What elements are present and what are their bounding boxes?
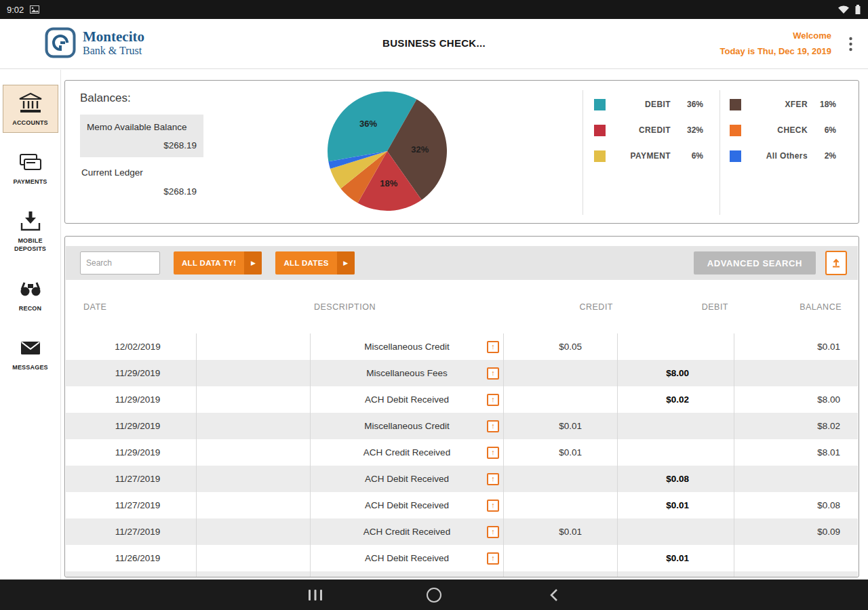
cell-date: 11/27/2019 [79,466,196,492]
legend-label: XFER [741,100,808,109]
divider [719,90,720,215]
column-header-balance: BALANCE [734,302,858,312]
cell-blank [196,360,310,386]
cell-debit [617,518,734,545]
recents-button[interactable] [295,580,336,610]
pie-slice-label: 36% [359,119,377,129]
legend-row: CHECK 6% [730,124,836,136]
table-row[interactable]: 12/02/2019 Miscellaneous Credit ↑ $0.05 … [66,333,858,360]
main-content: Balances: Memo Available Balance $268.19… [61,70,868,580]
overflow-menu-icon[interactable] [844,34,857,54]
memo-balance-label: Memo Available Balance [87,121,197,135]
legend-row: All Others 2% [730,150,836,162]
welcome-text: Welcome [720,28,832,43]
cell-date [79,571,196,577]
current-ledger-label: Current Ledger [81,167,197,178]
cell-date: 11/29/2019 [79,439,196,466]
cell-credit [503,545,617,571]
table-row[interactable]: ↑ [66,571,858,577]
transaction-detail-icon[interactable]: ↑ [487,526,499,538]
cell-credit [503,466,617,492]
sidebar-item-label: PAYMENTS [13,178,47,186]
column-header-debit: DEBIT [617,302,734,312]
sidebar-item-payments[interactable]: PAYMENTS [3,144,58,192]
export-icon [831,258,842,268]
transaction-detail-icon[interactable]: ↑ [487,500,499,512]
back-button[interactable] [534,580,574,610]
bank-logo-text: Montecito Bank & Trust [83,29,144,56]
export-button[interactable] [825,251,847,275]
payments-icon [18,151,43,173]
cell-description: ACH Debit Received ↑ [310,466,503,492]
legend-swatch [730,125,741,136]
cell-credit [503,386,617,413]
transaction-detail-icon[interactable]: ↑ [487,552,499,565]
cell-balance: $8.00 [734,386,858,413]
column-header-description: DESCRIPTION [310,302,503,312]
mobile-deposit-icon [18,210,43,232]
transactions-table: 12/02/2019 Miscellaneous Credit ↑ $0.05 … [66,333,858,577]
cell-debit: $0.02 [617,386,734,413]
cell-debit: $0.08 [617,466,734,492]
bank-icon [18,92,43,114]
play-arrow-icon: ▶ [244,251,262,274]
android-nav-bar [0,580,868,610]
cell-balance [734,545,858,571]
transaction-detail-icon[interactable]: ↑ [487,420,499,432]
table-header-row: DATE DESCRIPTION CREDIT DEBIT BALANCE [66,292,858,322]
status-bar: 9:02 [0,0,868,19]
balances-panel: Balances: Memo Available Balance $268.19… [80,92,203,211]
sidebar-item-label: MESSAGES [12,363,48,371]
cell-credit [503,571,617,577]
table-row[interactable]: 11/26/2019 ACH Debit Received ↑ $0.01 [66,545,858,571]
recents-icon [308,589,323,601]
cell-blank [196,333,310,360]
cell-description: Miscellaneous Fees ↑ [310,360,503,386]
legend-row: PAYMENT 6% [594,150,703,162]
divider [583,90,583,215]
transaction-detail-icon[interactable]: ↑ [487,473,499,485]
table-row[interactable]: 11/27/2019 ACH Debit Received ↑ $0.08 [66,466,858,492]
cell-balance: $8.02 [734,413,858,439]
table-row[interactable]: 11/29/2019 Miscellaneous Credit ↑ $0.01 … [66,413,858,439]
sidebar-item-label: MOBILE DEPOSITS [5,237,56,253]
legend-percent: 32% [671,125,703,135]
cell-date: 11/29/2019 [79,360,196,386]
current-ledger-value: $268.19 [80,186,197,197]
sidebar-item-mobile-deposits[interactable]: MOBILE DEPOSITS [3,203,58,259]
transaction-detail-icon[interactable]: ↑ [487,367,499,380]
transaction-detail-icon[interactable]: ↑ [487,447,499,459]
table-row[interactable]: 11/27/2019 ACH Credit Received ↑ $0.01 $… [66,518,858,545]
cell-balance [734,466,858,492]
cell-blank [196,518,310,545]
legend-swatch [594,99,606,110]
sidebar-item-accounts[interactable]: ACCOUNTS [3,85,58,133]
cell-debit [617,413,734,439]
sidebar-item-messages[interactable]: MESSAGES [3,329,58,378]
table-row[interactable]: 11/29/2019 Miscellaneous Fees ↑ $8.00 [66,360,858,386]
dates-filter-button[interactable]: ALL DATES ▶ [275,251,354,274]
today-date-text: Today is Thu, Dec 19, 2019 [720,43,832,59]
table-row[interactable]: 11/29/2019 ACH Debit Received ↑ $0.02 $8… [66,386,858,413]
data-types-filter-button[interactable]: ALL DATA TY! ▶ [174,251,262,274]
description-text: ACH Debit Received [365,394,449,405]
home-button[interactable] [414,580,454,610]
advanced-search-button[interactable]: ADVANCED SEARCH [694,251,816,274]
cell-date: 11/27/2019 [79,518,196,545]
transaction-detail-icon[interactable]: ↑ [487,394,499,406]
cell-balance: $0.09 [734,518,858,545]
transactions-pie-chart: 36%32%18% [319,89,455,215]
cell-description: ACH Credit Received ↑ [310,439,503,466]
chart-legend-secondary: XFER 18% CHECK 6% All Others 2% [730,98,836,162]
transaction-detail-icon[interactable]: ↑ [487,341,499,353]
sidebar-item-recon[interactable]: RECON [3,270,58,319]
cell-date: 11/26/2019 [79,545,196,571]
table-row[interactable]: 11/27/2019 ACH Debit Received ↑ $0.01 $0… [66,492,858,518]
memo-balance-box: Memo Available Balance $268.19 [80,115,203,157]
search-input[interactable] [80,251,160,274]
cell-balance: $0.08 [734,492,858,518]
welcome-block: Welcome Today is Thu, Dec 19, 2019 [720,28,832,59]
description-text: ACH Debit Received [365,500,449,510]
cell-blank [196,413,310,439]
table-row[interactable]: 11/29/2019 ACH Credit Received ↑ $0.01 $… [66,439,858,466]
